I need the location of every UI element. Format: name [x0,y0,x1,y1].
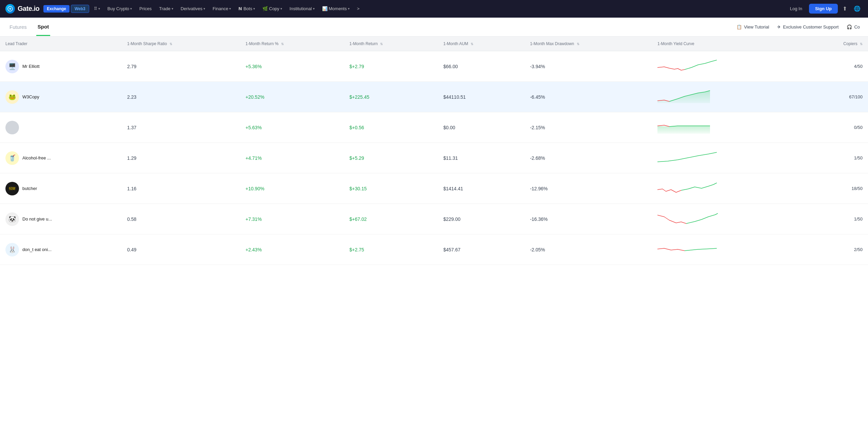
copiers-value: 1/50 [804,143,868,173]
copiers-value: 1/50 [804,204,868,234]
table-row[interactable]: 🖥️Mr Elliott2.79+5.36%$+2.79$66.00-3.94%… [0,51,868,82]
col-copiers[interactable]: Copiers ⇅ [804,37,868,51]
col-aum[interactable]: 1-Month AUM ⇅ [438,37,525,51]
nav-prices[interactable]: Prices [136,4,155,13]
col-sharpe[interactable]: 1-Month Sharpe Ratio ⇅ [122,37,240,51]
avatar: 🥤 [5,151,19,165]
view-tutorial-button[interactable]: 📋 View Tutorial [736,24,769,30]
avatar [5,121,19,134]
trader-cell: 招财butcher [0,173,122,204]
return-abs-value: $+2.75 [344,234,438,265]
signup-button[interactable]: Sign Up [809,4,838,14]
trader-cell: 🐼Do not give u... [0,204,122,234]
trader-name: Do not give u... [22,216,52,222]
col-return-abs[interactable]: 1-Month Return ⇅ [344,37,438,51]
return-pct-value: +7.31% [240,204,344,234]
sub-nav-right: 📋 View Tutorial ✈ Exclusive Customer Sup… [736,24,860,30]
sharpe-value: 1.16 [122,173,240,204]
drawdown-value: -12.96% [525,173,652,204]
table-row[interactable]: 招财butcher1.16+10.90%$+30.15$1414.41-12.9… [0,173,868,204]
trader-cell [0,112,122,143]
support-icon: ✈ [777,24,781,30]
return-pct-value: +5.63% [240,112,344,143]
tab-spot[interactable]: Spot [36,18,50,36]
avatar: 🐰 [5,243,19,256]
return-pct-value: +4.71% [240,143,344,173]
yield-curve-chart [652,82,804,112]
login-button[interactable]: Log In [786,4,806,13]
return-pct-value: +20.52% [240,82,344,112]
nav-grid-icon[interactable]: ⠿ ▾ [91,4,103,13]
nav-finance[interactable]: Finance ▾ [209,4,234,13]
nav-moments[interactable]: 📊 Moments ▾ [319,4,353,13]
sharpe-value: 0.49 [122,234,240,265]
globe-icon[interactable]: 🌐 [852,4,863,13]
col-yield-curve: 1-Month Yield Curve [652,37,804,51]
trader-cell: 🐸W3Copy [0,82,122,112]
table-row[interactable]: 🥤Alcohol-free ...1.29+4.71%$+5.29$11.31-… [0,143,868,173]
tutorial-icon: 📋 [736,24,742,30]
return-pct-value: +2.43% [240,234,344,265]
table-row[interactable]: 🐰don_t eat oni...0.49+2.43%$+2.75$457.67… [0,234,868,265]
copiers-value: 67/100 [804,82,868,112]
upload-icon[interactable]: ⬆ [841,4,849,13]
aum-value: $44110.51 [438,82,525,112]
exchange-button[interactable]: Exchange [43,5,70,13]
nav-derivatives[interactable]: Derivatives ▾ [177,4,209,13]
customer-support-button[interactable]: ✈ Exclusive Customer Support [777,24,839,30]
trader-cell: 🐰don_t eat oni... [0,234,122,265]
table-header-row: Lead Trader 1-Month Sharpe Ratio ⇅ 1-Mon… [0,37,868,51]
return-abs-value: $+5.29 [344,143,438,173]
table-row[interactable]: 🐼Do not give u...0.58+7.31%$+67.02$229.0… [0,204,868,234]
trader-name: Mr Elliott [22,64,40,69]
drawdown-value: -2.68% [525,143,652,173]
return-pct-value: +5.36% [240,51,344,82]
nav-buy-crypto[interactable]: Buy Crypto ▾ [104,4,135,13]
return-abs-value: $+67.02 [344,204,438,234]
nav-more[interactable]: > [354,4,363,13]
avatar: 🖥️ [5,60,19,73]
aum-value: $229.00 [438,204,525,234]
tab-futures[interactable]: Futures [8,19,28,35]
nav-institutional[interactable]: Institutional ▾ [286,4,318,13]
trader-cell: 🖥️Mr Elliott [0,51,122,82]
web3-button[interactable]: Web3 [71,5,89,13]
nav-bots[interactable]: 𝗡 Bots ▾ [235,4,258,13]
trader-name: Alcohol-free ... [22,155,51,160]
table-row[interactable]: 🐸W3Copy2.23+20.52%$+225.45$44110.51-6.45… [0,82,868,112]
headphone-button[interactable]: 🎧 Co [847,24,860,30]
yield-curve-chart [652,234,804,265]
yield-curve-chart [652,51,804,82]
drawdown-value: -16.36% [525,204,652,234]
table-row[interactable]: 1.37+5.63%$+0.56$0.00-2.15%0/50 [0,112,868,143]
return-abs-value: $+2.79 [344,51,438,82]
nav-trade[interactable]: Trade ▾ [156,4,176,13]
trader-name: W3Copy [22,94,39,99]
return-abs-value: $+225.45 [344,82,438,112]
sort-icon: ⇅ [170,42,172,46]
logo-text: Gate.io [18,5,39,13]
copiers-value: 0/50 [804,112,868,143]
sort-icon: ⇅ [860,42,863,46]
trader-cell: 🥤Alcohol-free ... [0,143,122,173]
trader-name: butcher [22,186,37,191]
nav-copy[interactable]: 🌿 Copy ▾ [259,4,285,13]
avatar: 🐼 [5,212,19,226]
headphone-icon: 🎧 [847,24,852,30]
sharpe-value: 1.29 [122,143,240,173]
sharpe-value: 1.37 [122,112,240,143]
logo[interactable]: Gate.io [5,4,39,14]
sort-icon: ⇅ [471,42,473,46]
copiers-value: 2/50 [804,234,868,265]
nav-right-area: Log In Sign Up ⬆ 🌐 [786,4,863,14]
drawdown-value: -2.05% [525,234,652,265]
col-drawdown[interactable]: 1-Month Max Drawdown ⇅ [525,37,652,51]
aum-value: $0.00 [438,112,525,143]
col-return-pct[interactable]: 1-Month Return % ⇅ [240,37,344,51]
yield-curve-chart [652,143,804,173]
return-pct-value: +10.90% [240,173,344,204]
copiers-value: 4/50 [804,51,868,82]
sub-navigation: Futures Spot 📋 View Tutorial ✈ Exclusive… [0,18,868,37]
copiers-value: 18/50 [804,173,868,204]
traders-table-container: Lead Trader 1-Month Sharpe Ratio ⇅ 1-Mon… [0,37,868,265]
